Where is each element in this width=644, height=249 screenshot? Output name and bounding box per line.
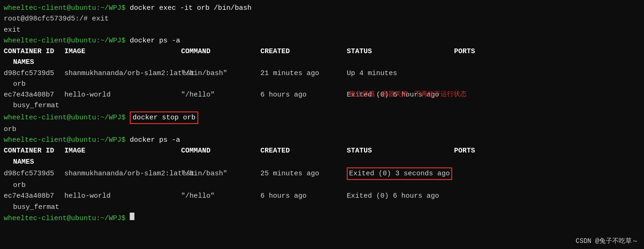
col2-command: COMMAND <box>181 145 260 156</box>
line-2: root@d98cfc5739d5:/# exit <box>4 14 640 24</box>
cmd-1: docker exec -it orb /bin/bash <box>130 3 252 14</box>
col-container-id: CONTAINER ID <box>4 46 64 57</box>
line-ps2: wheeltec-client@ubuntu:~/WPJ$ docker ps … <box>4 135 640 145</box>
col-ports: PORTS <box>454 46 475 57</box>
col2-created: CREATED <box>260 145 347 156</box>
cell-status-1: Up 4 minutes <box>347 68 454 79</box>
t2-cell-status-2: Exited (0) 6 hours ago <box>347 191 454 201</box>
table-header-2: CONTAINER ID IMAGE COMMAND CREATED STATU… <box>4 145 640 156</box>
t2-cell-id-1: d98cfc5739d5 <box>4 168 64 179</box>
final-prompt: wheeltec-client@ubuntu:~/WPJ$ <box>4 213 130 224</box>
t2-cell-cmd-1: "/bin/bash" <box>181 168 260 179</box>
t2-cell-created-2: 6 hours ago <box>260 191 347 201</box>
cell-cmd-2: "/hello" <box>181 90 260 100</box>
cell-id-1: d98cfc5739d5 <box>4 68 64 79</box>
table2-row-1b: orb <box>4 180 640 191</box>
t2-cell-img-1: shanmukhananda/orb-slam2:latest <box>64 168 181 179</box>
t2-cell-cmd-2: "/hello" <box>181 191 260 201</box>
exit-word: exit <box>4 25 21 35</box>
line-4: wheeltec-client@ubuntu:~/WPJ$ docker ps … <box>4 35 640 46</box>
final-prompt-line: wheeltec-client@ubuntu:~/WPJ$ <box>4 213 640 224</box>
annotation-text: 停止容器，容器关闭，不再处于运行状态 <box>349 90 467 100</box>
col2-container-id: CONTAINER ID <box>4 145 64 156</box>
table-row-1b: orb <box>4 79 640 90</box>
table-row-2: ec7e43a408b7 hello-world "/hello" 6 hour… <box>4 90 640 100</box>
col-status: STATUS <box>347 46 454 57</box>
t2-cell-img-2: hello-world <box>64 191 181 201</box>
table2-row-2: ec7e43a408b7 hello-world "/hello" 6 hour… <box>4 191 640 201</box>
names-subheader-2: NAMES <box>4 157 640 167</box>
col-created: CREATED <box>260 46 347 57</box>
line-1: wheeltec-client@ubuntu:~/WPJ$ docker exe… <box>4 3 640 14</box>
table2-row-2b: busy_fermat <box>4 202 640 213</box>
prompt-1: wheeltec-client@ubuntu:~/WPJ$ <box>4 3 130 14</box>
names-subheader-1: NAMES <box>4 57 640 68</box>
t2-cell-id-2: ec7e43a408b7 <box>4 191 64 201</box>
cell-cmd-1: "/bin/bash" <box>181 68 260 79</box>
t2-cell-status-boxed: Exited (0) 3 seconds ago <box>347 167 452 180</box>
table2-row-1: d98cfc5739d5 shanmukhananda/orb-slam2:la… <box>4 167 640 180</box>
stop-cmd-boxed: docker stop orb <box>130 111 198 124</box>
col-command: COMMAND <box>181 46 260 57</box>
prompt-4: wheeltec-client@ubuntu:~/WPJ$ <box>4 35 130 46</box>
cell-img-1: shanmukhananda/orb-slam2:latest <box>64 68 181 79</box>
terminal: wheeltec-client@ubuntu:~/WPJ$ docker exe… <box>0 0 644 249</box>
cell-created-1: 21 minutes ago <box>260 68 347 79</box>
exit-line: root@d98cfc5739d5:/# exit <box>4 14 109 24</box>
prompt-ps2: wheeltec-client@ubuntu:~/WPJ$ <box>4 135 130 145</box>
cell-created-2: 6 hours ago <box>260 90 347 100</box>
cursor <box>130 213 134 220</box>
table-row-2b: busy_fermat <box>4 100 640 111</box>
stop-result: orb <box>4 124 640 135</box>
col2-status: STATUS <box>347 145 454 156</box>
watermark: CSDN @兔子不吃草～ <box>576 237 638 245</box>
cell-id-2: ec7e43a408b7 <box>4 90 64 100</box>
line-3: exit <box>4 25 640 35</box>
col2-image: IMAGE <box>64 145 181 156</box>
prompt-stop: wheeltec-client@ubuntu:~/WPJ$ <box>4 112 130 123</box>
cell-img-2: hello-world <box>64 90 181 100</box>
cmd-4: docker ps -a <box>130 35 180 46</box>
cmd-ps2: docker ps -a <box>130 135 180 145</box>
stop-cmd-line: wheeltec-client@ubuntu:~/WPJ$ docker sto… <box>4 111 640 124</box>
col2-ports: PORTS <box>454 145 475 156</box>
table-header-1: CONTAINER ID IMAGE COMMAND CREATED STATU… <box>4 46 640 57</box>
t2-cell-created-1: 25 minutes ago <box>260 168 347 179</box>
table-row-1: d98cfc5739d5 shanmukhananda/orb-slam2:la… <box>4 68 640 79</box>
col-image: IMAGE <box>64 46 181 57</box>
